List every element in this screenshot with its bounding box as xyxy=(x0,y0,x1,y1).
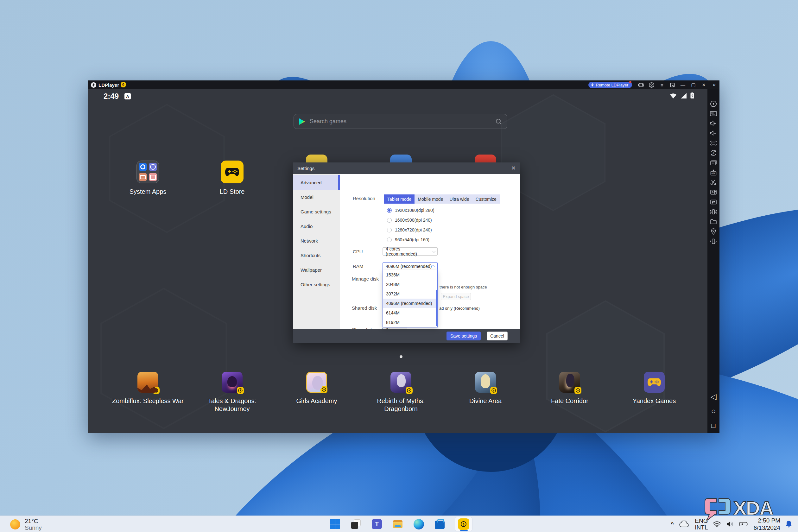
task-view-button[interactable] xyxy=(350,518,362,530)
sidebar-item-game-settings[interactable]: Game settings xyxy=(293,204,340,219)
save-settings-button[interactable]: Save settings xyxy=(446,331,481,340)
radio-label: 1280x720(dpi 240) xyxy=(395,227,432,232)
resolution-option-1600[interactable]: 1600x900(dpi 240) xyxy=(387,217,432,223)
tab-ultra-wide[interactable]: Ultra wide xyxy=(446,194,472,204)
page-indicator-dot xyxy=(400,355,402,358)
file-explorer-button[interactable] xyxy=(392,518,403,530)
screenshot-icon[interactable] xyxy=(707,158,720,168)
keyboard-icon[interactable] xyxy=(707,109,720,118)
emulator-toolbar: A APK xyxy=(707,89,720,433)
gamepad-icon[interactable] xyxy=(636,80,646,89)
cpu-select-value: 4 cores (recommended) xyxy=(386,246,432,256)
ram-option-3072[interactable]: 3072M xyxy=(383,289,437,299)
scissors-icon[interactable] xyxy=(707,177,720,187)
maximize-button[interactable]: ▢ xyxy=(688,80,699,89)
version-badge: 9 xyxy=(121,82,126,88)
remote-ldplayer-button[interactable]: Remote LDPlayer xyxy=(588,82,632,88)
dock-app[interactable]: Girls Academy xyxy=(279,372,355,405)
sidebar-item-network[interactable]: Network xyxy=(293,233,340,248)
radio-selected-icon[interactable] xyxy=(387,208,392,213)
tab-mobile-mode[interactable]: Mobile mode xyxy=(415,194,446,204)
ram-option-2048[interactable]: 2048M xyxy=(383,280,437,289)
sidebar-item-shortcuts[interactable]: Shortcuts xyxy=(293,248,340,263)
sync-icon[interactable] xyxy=(707,197,720,207)
nav-recents-button[interactable]: □ xyxy=(711,421,715,430)
ram-option-8192[interactable]: 8192M xyxy=(383,318,437,327)
dialog-close-icon[interactable]: ✕ xyxy=(511,165,516,172)
dropdown-scrollbar[interactable] xyxy=(436,290,437,326)
tab-tablet-mode[interactable]: Tablet mode xyxy=(384,194,415,204)
resolution-option-1920[interactable]: 1920x1080(dpi 280) xyxy=(387,207,435,213)
onedrive-cloud-icon[interactable] xyxy=(679,520,690,528)
close-button[interactable]: × xyxy=(699,80,709,89)
search-placeholder: Search games xyxy=(310,118,346,125)
dock-app[interactable]: Tales & Dragons: NewJourney xyxy=(194,372,270,413)
ld-badge-icon xyxy=(406,387,413,394)
system-apps-folder[interactable]: System Apps xyxy=(110,160,186,196)
yandex-games-app-icon[interactable] xyxy=(644,372,665,393)
cancel-button[interactable]: Cancel xyxy=(487,331,508,340)
operation-recorder-icon[interactable] xyxy=(707,99,720,109)
radio-icon[interactable] xyxy=(387,228,392,232)
dock-app[interactable]: Yandex Games xyxy=(616,372,692,405)
sidebar-item-wallpaper[interactable]: Wallpaper xyxy=(293,263,340,277)
ram-option-6144[interactable]: 6144M xyxy=(383,308,437,318)
ram-option-1536[interactable]: 1536M xyxy=(383,270,437,280)
account-icon[interactable] xyxy=(646,80,657,89)
nav-back-button[interactable]: ◁ xyxy=(710,392,716,401)
tab-customize[interactable]: Customize xyxy=(473,194,500,204)
divine-area-app-icon[interactable] xyxy=(475,372,496,393)
system-apps-folder-icon[interactable] xyxy=(136,160,159,183)
popout-icon[interactable] xyxy=(667,80,678,89)
dock-app[interactable]: Divine Area xyxy=(448,372,524,405)
location-icon[interactable] xyxy=(707,226,720,236)
sidebar-item-model[interactable]: Model xyxy=(293,190,340,204)
tray-overflow-chevron[interactable]: ^ xyxy=(671,521,674,528)
weather-widget[interactable]: 21°C Sunny xyxy=(10,518,42,531)
app-label: System Apps xyxy=(130,188,167,196)
tales-dragons-app-icon[interactable] xyxy=(222,372,243,393)
ram-select[interactable]: 4096M (recommended) xyxy=(382,262,438,270)
edge-button[interactable] xyxy=(413,518,424,530)
radio-icon[interactable] xyxy=(387,218,392,223)
radio-icon[interactable] xyxy=(387,238,392,242)
collapse-sidebar-button[interactable]: « xyxy=(709,80,720,89)
ld-store-icon[interactable] xyxy=(221,160,244,183)
rebirth-myths-app-icon[interactable] xyxy=(391,372,411,393)
volume-up-icon[interactable] xyxy=(707,118,720,128)
resolution-option-1280[interactable]: 1280x720(dpi 240) xyxy=(387,227,432,233)
dock-app[interactable]: Fate Corridor xyxy=(532,372,608,405)
ldplayer-taskbar-button[interactable] xyxy=(455,517,473,531)
ld-store-app[interactable]: LD Store xyxy=(194,160,270,196)
rotate-device-icon[interactable] xyxy=(707,236,720,246)
sidebar-item-other-settings[interactable]: Other settings xyxy=(293,277,340,292)
dock-app[interactable]: Zombiflux: Sleepless War xyxy=(110,372,186,405)
menu-icon[interactable]: ≡ xyxy=(657,80,667,89)
fate-corridor-app-icon[interactable] xyxy=(559,372,580,393)
expand-space-button[interactable]: Expand space xyxy=(441,293,471,300)
gamepad-glyph xyxy=(225,167,240,177)
rotate-screen-icon[interactable]: A xyxy=(707,148,720,158)
ram-option-4096[interactable]: 4096M (recommended) xyxy=(383,299,437,308)
sidebar-item-advanced[interactable]: Advanced xyxy=(293,175,340,190)
cpu-select[interactable]: 4 cores (recommended) xyxy=(382,247,438,255)
resolution-option-960[interactable]: 960x540(dpi 160) xyxy=(387,236,430,243)
zombiflux-app-icon[interactable] xyxy=(137,372,158,393)
start-button[interactable] xyxy=(329,518,341,530)
search-games-bar[interactable]: Search games xyxy=(293,114,507,129)
ram-dropdown-list: 1536M 2048M 3072M 4096M (recommended) 61… xyxy=(382,270,438,327)
teams-button[interactable]: T xyxy=(371,518,382,530)
video-recorder-icon[interactable] xyxy=(707,187,720,197)
girls-academy-app-icon[interactable] xyxy=(306,372,327,393)
shared-folder-icon[interactable] xyxy=(707,216,720,226)
nav-home-button[interactable]: ○ xyxy=(711,406,716,416)
fullscreen-icon[interactable] xyxy=(707,138,720,148)
microsoft-store-button[interactable] xyxy=(434,518,445,530)
install-apk-icon[interactable]: APK xyxy=(707,168,720,177)
minimize-button[interactable]: — xyxy=(678,80,688,89)
notification-app-badge: A xyxy=(125,93,131,99)
volume-down-icon[interactable] xyxy=(707,128,720,138)
dock-app[interactable]: Rebirth of Myths: Dragonborn xyxy=(363,372,439,413)
sidebar-item-audio[interactable]: Audio xyxy=(293,219,340,233)
shake-icon[interactable] xyxy=(707,207,720,216)
